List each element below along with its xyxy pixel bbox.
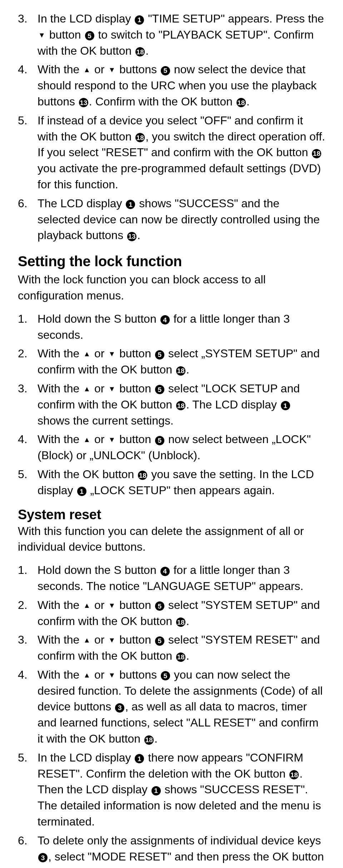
list-item-body: In the LCD display 1 "TIME SETUP" appear…: [38, 11, 325, 59]
list-item: 6.To delete only the assignments of indi…: [18, 833, 325, 868]
list-item-body: With the ▲ or ▼ button 5 now select betw…: [38, 431, 325, 463]
list-item-number: 4.: [18, 667, 38, 747]
circled-number-icon: 18: [237, 98, 246, 107]
list-item-body: Hold down the S button 4 for a little lo…: [38, 311, 325, 343]
circled-number-icon: 5: [155, 436, 164, 445]
reset-intro-text: With this function you can delete the as…: [18, 523, 325, 555]
list-item-number: 6.: [18, 833, 38, 868]
circled-number-icon: 4: [160, 315, 170, 324]
list-item-number: 5.: [18, 466, 38, 499]
circled-number-icon: 18: [135, 47, 145, 56]
up-triangle-icon: ▲: [83, 635, 90, 645]
up-triangle-icon: ▲: [83, 670, 90, 680]
list-item-number: 1.: [18, 562, 38, 594]
circled-number-icon: 1: [77, 487, 86, 496]
top-instruction-list: 3.In the LCD display 1 "TIME SETUP" appe…: [18, 11, 325, 243]
list-item: 3.In the LCD display 1 "TIME SETUP" appe…: [18, 11, 325, 59]
list-item-number: 2.: [18, 346, 38, 378]
list-item-body: With the ▲ or ▼ buttons 5 now select the…: [38, 61, 325, 109]
list-item: 1.Hold down the S button 4 for a little …: [18, 562, 325, 594]
down-triangle-icon: ▼: [108, 635, 115, 645]
circled-number-icon: 1: [135, 754, 144, 763]
list-item-number: 6.: [18, 195, 38, 243]
circled-number-icon: 18: [144, 735, 154, 745]
list-item: 1.Hold down the S button 4 for a little …: [18, 311, 325, 343]
down-triangle-icon: ▼: [108, 435, 115, 445]
circled-number-icon: 18: [135, 133, 145, 142]
list-item-number: 1.: [18, 311, 38, 343]
circled-number-icon: 18: [289, 770, 299, 779]
circled-number-icon: 5: [155, 350, 164, 359]
circled-number-icon: 5: [155, 601, 164, 611]
down-triangle-icon: ▼: [108, 670, 115, 680]
list-item-number: 5.: [18, 113, 38, 193]
list-item-body: With the ▲ or ▼ button 5 select "SYSTEM …: [38, 597, 325, 629]
down-triangle-icon: ▼: [108, 600, 115, 610]
circled-number-icon: 1: [135, 15, 144, 25]
list-item-body: If instead of a device you select "OFF" …: [38, 113, 325, 193]
up-triangle-icon: ▲: [83, 384, 90, 394]
circled-number-icon: 5: [85, 31, 94, 40]
list-item-body: With the ▲ or ▼ button 5 select "SYSTEM …: [38, 632, 325, 664]
up-triangle-icon: ▲: [83, 435, 90, 445]
list-item: 3.With the ▲ or ▼ button 5 select "SYSTE…: [18, 632, 325, 664]
circled-number-icon: 18: [176, 617, 185, 627]
circled-number-icon: 18: [176, 653, 185, 662]
lock-instruction-list: 1.Hold down the S button 4 for a little …: [18, 311, 325, 499]
list-item-body: With the ▲ or ▼ button 5 select „SYSTEM …: [38, 346, 325, 378]
circled-number-icon: 3: [115, 703, 124, 713]
circled-number-icon: 18: [176, 366, 185, 376]
list-item-number: 2.: [18, 597, 38, 629]
circled-number-icon: 5: [155, 636, 164, 646]
manual-page: 3.In the LCD display 1 "TIME SETUP" appe…: [0, 0, 343, 868]
list-item: 5.If instead of a device you select "OFF…: [18, 113, 325, 193]
list-item-body: Hold down the S button 4 for a little lo…: [38, 562, 325, 594]
list-item-body: The LCD display 1 shows "SUCCESS" and th…: [38, 195, 325, 243]
circled-number-icon: 13: [79, 98, 88, 107]
lock-intro-text: With the lock function you can block acc…: [18, 272, 325, 304]
list-item-body: In the LCD display 1 there now appears "…: [38, 750, 325, 830]
list-item-body: With the ▲ or ▼ buttons 5 you can now se…: [38, 667, 325, 747]
list-item-number: 3.: [18, 381, 38, 428]
up-triangle-icon: ▲: [83, 349, 90, 359]
circled-number-icon: 18: [138, 471, 147, 480]
list-item-number: 3.: [18, 632, 38, 664]
heading-system-reset: System reset: [18, 507, 325, 522]
list-item: 2.With the ▲ or ▼ button 5 select "SYSTE…: [18, 597, 325, 629]
list-item: 6.The LCD display 1 shows "SUCCESS" and …: [18, 195, 325, 243]
list-item: 5.With the OK button 18 you save the set…: [18, 466, 325, 499]
list-item: 4.With the ▲ or ▼ buttons 5 now select t…: [18, 61, 325, 109]
down-triangle-icon: ▼: [108, 65, 115, 75]
circled-number-icon: 1: [126, 200, 135, 209]
list-item: 4.With the ▲ or ▼ button 5 now select be…: [18, 431, 325, 463]
circled-number-icon: 5: [161, 66, 170, 75]
circled-number-icon: 1: [151, 786, 161, 795]
list-item-number: 3.: [18, 11, 38, 59]
list-item: 3.With the ▲ or ▼ button 5 select "LOCK …: [18, 381, 325, 428]
circled-number-icon: 4: [160, 567, 170, 576]
up-triangle-icon: ▲: [83, 600, 90, 610]
down-triangle-icon: ▼: [108, 384, 115, 394]
circled-number-icon: 18: [176, 401, 185, 410]
list-item-body: With the OK button 18 you save the setti…: [38, 466, 325, 499]
list-item-number: 5.: [18, 750, 38, 830]
up-triangle-icon: ▲: [83, 65, 90, 75]
list-item: 5.In the LCD display 1 there now appears…: [18, 750, 325, 830]
list-item-number: 4.: [18, 431, 38, 463]
circled-number-icon: 1: [281, 401, 290, 410]
circled-number-icon: 5: [155, 385, 164, 394]
circled-number-icon: 18: [312, 149, 321, 158]
down-triangle-icon: ▼: [38, 30, 45, 40]
down-triangle-icon: ▼: [108, 349, 115, 359]
list-item-number: 4.: [18, 61, 38, 109]
list-item-body: With the ▲ or ▼ button 5 select "LOCK SE…: [38, 381, 325, 428]
heading-lock-function: Setting the lock function: [18, 253, 325, 269]
circled-number-icon: 5: [161, 671, 170, 680]
reset-instruction-list: 1.Hold down the S button 4 for a little …: [18, 562, 325, 868]
list-item-body: To delete only the assignments of indivi…: [38, 833, 325, 868]
list-item: 4.With the ▲ or ▼ buttons 5 you can now …: [18, 667, 325, 747]
list-item: 2.With the ▲ or ▼ button 5 select „SYSTE…: [18, 346, 325, 378]
circled-number-icon: 13: [127, 232, 136, 241]
circled-number-icon: 3: [38, 853, 48, 862]
